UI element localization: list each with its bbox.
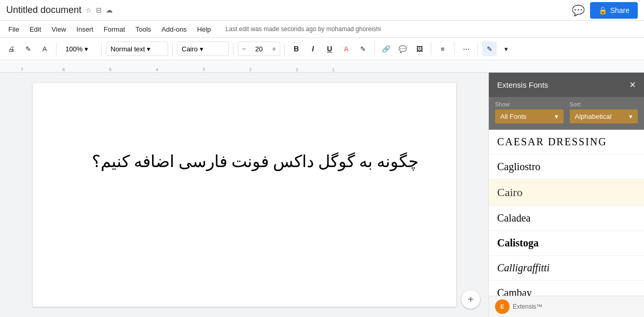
print-button[interactable]: 🖨 [4,42,19,56]
fonts-panel-title: Extensis Fonts [497,80,548,89]
font-item-calligraffitti[interactable]: Calligraffitti [489,256,644,281]
fonts-panel-close-button[interactable]: × [629,79,636,91]
comment-button-toolbar[interactable]: 💬 [395,42,410,56]
show-control-group: Show: All Fonts ▾ [495,101,564,123]
menu-bar: File Edit View Insert Format Tools Add-o… [0,21,644,37]
share-button[interactable]: 🔒 Share [590,2,638,19]
lock-icon: 🔒 [598,6,607,15]
menu-edit[interactable]: Edit [25,23,45,35]
chevron-down-icon: ▾ [147,45,150,53]
toolbar: 🖨 ✎ A 100% ▾ Normal text ▾ Cairo ▾ − 20 … [0,37,644,60]
last-edit-status: Last edit was made seconds ago by mohama… [226,25,381,33]
font-item-calistoga[interactable]: Calistoga [489,231,644,256]
divider-9 [477,43,478,55]
underline-button[interactable]: U [322,42,337,56]
menu-insert[interactable]: Insert [72,23,98,35]
zoom-select[interactable]: 100% ▾ [61,42,97,56]
fonts-panel: Extensis Fonts × Show: All Fonts ▾ Sort:… [488,73,644,317]
divider-6 [374,43,375,55]
menu-help[interactable]: Help [193,23,215,35]
highlight-button[interactable]: ✎ [355,42,370,56]
sort-label: Sort: [570,101,638,107]
comment-button[interactable]: 💬 [572,4,585,17]
divider-3 [172,43,173,55]
text-color-button[interactable]: A [339,42,353,56]
divider-7 [431,43,431,55]
chevron-down-icon: ▾ [85,45,88,53]
sort-control-group: Sort: Alphabetical ▾ [570,101,638,123]
font-select[interactable]: Cairo ▾ [177,42,229,56]
font-item-caesar-dressing[interactable]: CAESAR DRESSING [489,130,644,155]
sort-select[interactable]: Alphabetical ▾ [570,109,638,123]
extensis-circle-icon: E [495,299,510,314]
content-area: چگونه به گوگل داکس فونت فارسی اضافه کنیم… [0,73,644,317]
menu-tools[interactable]: Tools [131,23,155,35]
show-select[interactable]: All Fonts ▾ [495,109,564,123]
menu-format[interactable]: Format [100,23,129,35]
divider-2 [101,43,102,55]
chevron-down-icon: ▾ [629,113,633,120]
title-bar: Untitled document ☆ ⊟ ☁ 💬 🔒 Share [0,0,644,21]
extensis-label: Extensis™ [513,303,542,310]
fonts-panel-footer: E Extensis™ [489,296,644,317]
extensis-logo: E Extensis™ [495,299,542,314]
menu-file[interactable]: File [4,23,23,35]
divider-8 [454,43,455,55]
image-button[interactable]: 🖼 [412,42,427,56]
fonts-panel-header: Extensis Fonts × [489,73,644,97]
font-item-cairo[interactable]: Cairo [489,180,644,206]
show-label: Show: [495,101,564,107]
move-icon[interactable]: ⊟ [96,6,102,14]
chevron-down-icon: ▾ [555,113,558,120]
italic-button[interactable]: I [306,42,320,56]
chevron-down-icon: ▾ [200,45,203,53]
more-button[interactable]: ⋯ [459,42,473,56]
style-select[interactable]: Normal text ▾ [106,42,168,56]
fonts-list: CAESAR DRESSING Cagliostro Cairo Caladea… [489,130,644,296]
menu-view[interactable]: View [47,23,70,35]
editing-mode-button[interactable]: ✎ [482,42,497,56]
document-area[interactable]: چگونه به گوگل داکس فونت فارسی اضافه کنیم… [0,73,488,317]
star-icon[interactable]: ☆ [86,6,92,14]
spell-check-button[interactable]: A [37,42,52,56]
link-button[interactable]: 🔗 [379,42,393,56]
font-item-caladea[interactable]: Caladea [489,206,644,231]
paint-format-button[interactable]: ✎ [21,42,35,56]
right-actions: 💬 🔒 Share [572,2,638,19]
fonts-controls: Show: All Fonts ▾ Sort: Alphabetical ▾ [489,97,644,130]
ruler-content: 7 6 5 4 3 2 1 1 [0,60,644,72]
font-item-cambay[interactable]: Cambay [489,281,644,296]
increase-font-size-button[interactable]: + [268,42,280,56]
editing-mode-dropdown[interactable]: ▾ [499,42,513,56]
font-size-control[interactable]: − 20 + [238,42,280,56]
menu-addons[interactable]: Add-ons [157,23,190,35]
title-icons: ☆ ⊟ ☁ [86,6,113,14]
cloud-icon[interactable]: ☁ [106,6,113,14]
divider-1 [56,43,57,55]
document-text[interactable]: چگونه به گوگل داکس فونت فارسی اضافه کنیم… [70,151,419,171]
add-page-button[interactable]: + [461,290,480,309]
bold-button[interactable]: B [289,42,304,56]
doc-title[interactable]: Untitled document [6,5,81,16]
divider-4 [233,43,234,55]
ruler: 7 6 5 4 3 2 1 1 [0,60,644,73]
align-button[interactable]: ≡ [435,42,450,56]
divider-5 [284,43,285,55]
font-item-cagliostro[interactable]: Cagliostro [489,155,644,180]
font-size-value[interactable]: 20 [250,45,268,53]
document-page[interactable]: چگونه به گوگل داکس فونت فارسی اضافه کنیم… [33,83,456,307]
decrease-font-size-button[interactable]: − [238,42,250,56]
